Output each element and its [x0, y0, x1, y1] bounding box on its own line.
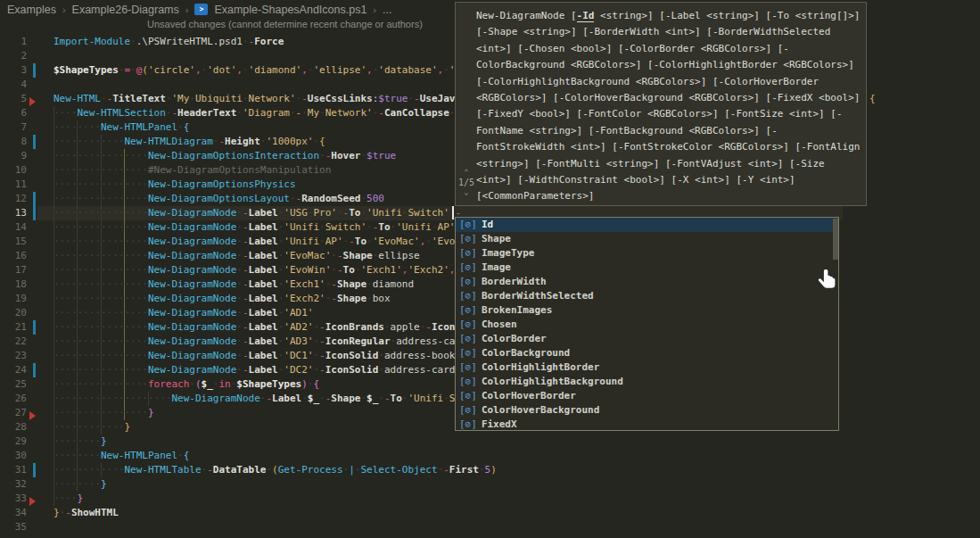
line-number[interactable]: 12 [0, 192, 27, 206]
chevron-down-icon[interactable]: ⌄ [457, 188, 475, 196]
completion-item-ColorHighlightBorder[interactable]: [⊘]ColorHighlightBorder [456, 360, 838, 375]
line-number[interactable]: 10 [0, 163, 27, 178]
vscode-editor-window: { "breadcrumb": { "items": ["Examples", … [0, 0, 980, 538]
line-number[interactable]: 16 [0, 249, 27, 263]
completion-item-Image[interactable]: [⊘]Image [456, 261, 838, 275]
line-number[interactable]: 8 [0, 135, 27, 149]
breadcrumb-item[interactable]: Example-ShapesAndIcons.ps1 [214, 4, 366, 16]
line-number[interactable]: 9 [0, 149, 27, 163]
chevron-up-icon[interactable]: ⌃ [457, 169, 475, 177]
code-line-34[interactable]: 34}·-ShowHTML [0, 506, 980, 520]
completion-item-FixedX[interactable]: [⊘]FixedX [456, 418, 838, 432]
breadcrumb-separator-icon: › [185, 4, 189, 15]
line-number[interactable]: 4 [0, 78, 27, 92]
code-line-29[interactable]: 29········} [0, 435, 980, 449]
completion-item-Id[interactable]: [⊘]Id [456, 218, 838, 232]
completion-item-Shape[interactable]: [⊘]Shape [456, 232, 838, 246]
parameter-hint-tooltip: ⌃ 1/5 ⌄ New-DiagramNode [-Id <string>] [… [455, 2, 867, 206]
modified-change-bar [33, 463, 36, 477]
active-parameter: -Id [577, 10, 595, 22]
line-number[interactable]: 26 [0, 392, 27, 406]
line-number[interactable]: 34 [0, 506, 27, 520]
code-text: ················#New-DiagramOptionsManip… [54, 163, 331, 178]
line-number[interactable]: 18 [0, 277, 27, 292]
line-number[interactable]: 35 [0, 520, 27, 534]
line-number[interactable]: 31 [0, 463, 27, 477]
line-number[interactable]: 23 [0, 349, 27, 363]
code-text: ········} [54, 435, 107, 449]
breadcrumb-separator-icon: › [62, 4, 66, 15]
completion-item-label: Image [482, 261, 511, 275]
completion-list[interactable]: [⊘]Id[⊘]Shape[⊘]ImageType[⊘]Image[⊘]Bord… [455, 217, 839, 431]
code-text: ················New-DiagramNode·-Label·'… [54, 277, 414, 292]
parameter-icon: [⊘] [459, 389, 477, 403]
parameter-icon: [⊘] [459, 418, 477, 432]
breadcrumb-item[interactable]: Example26-Diagrams [72, 4, 179, 16]
completion-item-ColorHoverBorder[interactable]: [⊘]ColorHoverBorder [456, 389, 838, 403]
line-number[interactable]: 7 [0, 120, 27, 135]
parameter-icon: [⊘] [459, 375, 477, 389]
red-gutter-marker-icon [29, 497, 36, 506]
line-number[interactable]: 27 [0, 406, 27, 420]
code-line-31[interactable]: 31············New-HTMLTable·-DataTable·(… [0, 463, 980, 477]
completion-item-ColorBackground[interactable]: [⊘]ColorBackground [456, 346, 838, 360]
code-line-33[interactable]: 33····} [0, 492, 980, 506]
code-line-35[interactable]: 35 [0, 520, 980, 534]
text-cursor [452, 206, 454, 219]
parameter-icon: [⊘] [459, 246, 477, 261]
mouse-hand-cursor [817, 268, 838, 298]
line-number[interactable]: 32 [0, 477, 27, 492]
hand-pointer-icon [818, 269, 836, 289]
completion-item-ColorHoverBackground[interactable]: [⊘]ColorHoverBackground [456, 403, 838, 418]
completion-item-ColorHighlightBackground[interactable]: [⊘]ColorHighlightBackground [456, 375, 838, 389]
code-text: New-HTML·-TitleText·'My·Ubiquiti·Network… [54, 92, 461, 106]
breadcrumb-item[interactable]: Examples [7, 4, 56, 16]
modified-change-bar [33, 135, 36, 149]
line-number[interactable]: 13 [0, 206, 27, 220]
completion-item-BrokenImages[interactable]: [⊘]BrokenImages [456, 303, 838, 318]
code-text: ············New-HTMLTable·-DataTable·(Ge… [54, 463, 497, 477]
completion-item-ColorBorder[interactable]: [⊘]ColorBorder [456, 332, 838, 346]
code-text: Import-Module·.\PSWriteHTML.psd1·-Force [54, 35, 284, 49]
modified-change-bar [33, 63, 36, 78]
line-number[interactable]: 2 [0, 49, 27, 63]
parameter-hint-signature: New-DiagramNode [-Id <string>] [-Label <… [476, 8, 861, 205]
line-number[interactable]: 17 [0, 263, 27, 277]
line-number[interactable]: 25 [0, 377, 27, 392]
code-text: ················New-DiagramOptionsIntera… [54, 149, 396, 163]
completion-item-Chosen[interactable]: [⊘]Chosen [456, 318, 838, 332]
line-number[interactable]: 3 [0, 63, 27, 78]
completion-item-label: ColorBackground [482, 346, 570, 360]
line-number[interactable]: 1 [0, 35, 27, 49]
code-text: ················} [54, 406, 154, 420]
completion-item-label: ColorHoverBorder [482, 389, 576, 403]
line-number[interactable]: 15 [0, 235, 27, 249]
code-line-32[interactable]: 32········} [0, 477, 980, 492]
line-number[interactable]: 6 [0, 106, 27, 120]
parameter-icon: [⊘] [459, 261, 477, 275]
completion-item-BorderWidth[interactable]: [⊘]BorderWidth [456, 275, 838, 289]
code-line-30[interactable]: 30········New-HTMLPanel·{ [0, 449, 980, 463]
parameter-icon: [⊘] [459, 218, 477, 232]
codelens-unsaved-changes[interactable]: Unsaved changes (cannot determine recent… [147, 19, 423, 29]
line-number[interactable]: 20 [0, 306, 27, 320]
line-number[interactable]: 11 [0, 178, 27, 192]
completion-item-ImageType[interactable]: [⊘]ImageType [456, 246, 838, 261]
line-number[interactable]: 28 [0, 420, 27, 435]
breadcrumb-item[interactable]: ... [383, 4, 391, 16]
line-number[interactable]: 14 [0, 220, 27, 235]
code-text: ····New-HTMLSection·-HeaderText·'Diagram… [54, 106, 461, 120]
line-number[interactable]: 19 [0, 292, 27, 306]
line-number[interactable]: 5 [0, 92, 27, 106]
completion-item-BorderWidthSelected[interactable]: [⊘]BorderWidthSelected [456, 289, 838, 303]
code-text: ········New-HTMLPanel·{ [54, 120, 189, 135]
line-number[interactable]: 21 [0, 320, 27, 335]
line-number[interactable]: 33 [0, 492, 27, 506]
line-number[interactable]: 30 [0, 449, 27, 463]
overload-pager: ⌃ 1/5 ⌄ [457, 169, 475, 196]
line-number[interactable]: 22 [0, 335, 27, 349]
line-number[interactable]: 29 [0, 435, 27, 449]
modified-change-bar [33, 206, 36, 220]
line-number[interactable]: 24 [0, 363, 27, 377]
completion-scrollbar-thumb[interactable] [833, 219, 838, 260]
